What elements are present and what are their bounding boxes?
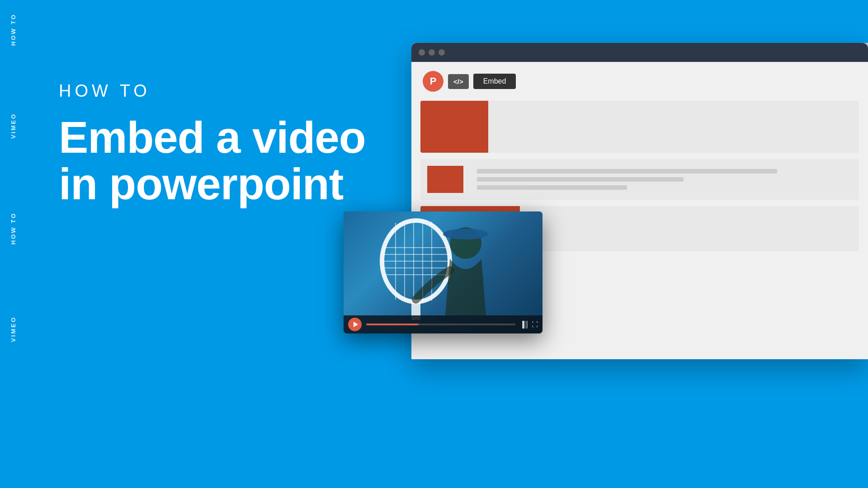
vertical-label-howto-top: HOW TO (10, 14, 17, 46)
slide-lines-2 (470, 159, 859, 200)
browser-dot-3 (439, 49, 445, 56)
volume-icon[interactable]: ▐║ (520, 321, 529, 328)
main-heading: Embed a video in powerpoint (59, 114, 366, 207)
vertical-label-vimeo-mid: VIMEO (10, 113, 17, 139)
slide-item-1 (420, 101, 859, 153)
main-content: HOW TO Embed a video in powerpoint (59, 81, 366, 207)
video-content: ▐║ ⛶ (344, 211, 542, 333)
slide-thumbnail-2 (427, 166, 463, 193)
video-controls-bar: ▐║ ⛶ (344, 315, 542, 333)
fullscreen-icon[interactable]: ⛶ (532, 321, 538, 328)
powerpoint-icon: P (423, 71, 443, 92)
slide-item-2 (420, 159, 859, 200)
browser-dot-2 (429, 49, 435, 56)
code-button[interactable]: </> (448, 74, 469, 89)
slide-thumbnail-1 (420, 101, 488, 153)
progress-fill (366, 324, 419, 325)
vertical-label-howto-bottom: HOW TO (10, 212, 17, 244)
embed-button[interactable]: Embed (473, 74, 516, 89)
tennis-racket-svg (353, 216, 497, 320)
progress-bar[interactable] (366, 324, 515, 325)
powerpoint-toolbar: P </> Embed (420, 71, 859, 92)
svg-point-13 (443, 229, 488, 239)
slide-line (477, 177, 684, 182)
slide-line (477, 185, 627, 190)
vertical-label-vimeo-bottom: VIMEO (10, 316, 17, 342)
slide-line (477, 169, 777, 174)
how-to-subtitle: HOW TO (59, 81, 366, 101)
browser-dot-1 (419, 49, 425, 56)
heading-line2: in powerpoint (59, 159, 343, 209)
heading-line1: Embed a video (59, 113, 366, 162)
browser-titlebar (411, 43, 868, 62)
video-player: ▐║ ⛶ (344, 211, 542, 333)
play-button[interactable] (348, 318, 362, 331)
video-icons: ▐║ ⛶ (520, 321, 538, 328)
